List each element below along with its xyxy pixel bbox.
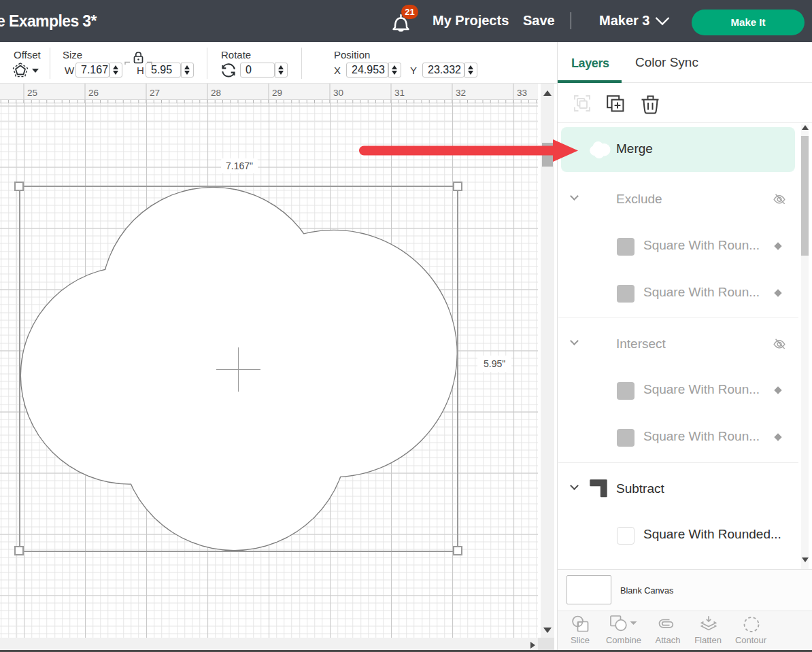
svg-text:25: 25 xyxy=(27,88,37,98)
svg-text:26: 26 xyxy=(88,88,99,98)
svg-text:31: 31 xyxy=(394,88,405,98)
svg-text:33: 33 xyxy=(517,88,527,98)
svg-text:27: 27 xyxy=(150,88,160,98)
svg-text:28: 28 xyxy=(211,88,221,98)
svg-text:29: 29 xyxy=(272,88,282,98)
svg-text:30: 30 xyxy=(333,88,343,98)
svg-text:32: 32 xyxy=(456,88,466,98)
